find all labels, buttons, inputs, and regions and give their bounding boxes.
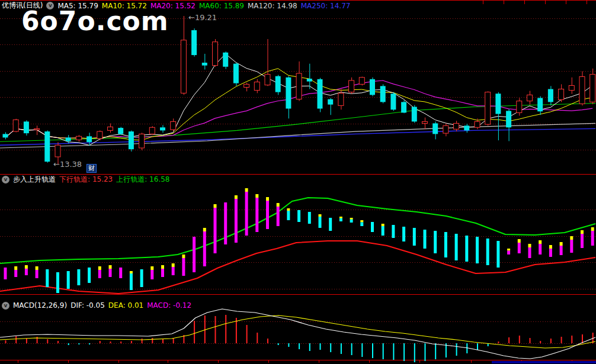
stock-app-window: 6o7o.com 优博讯(日线) v MA5: 15.79 MA10: 15.7… — [0, 0, 596, 364]
ma20-readout: MA20: 15.52 — [150, 2, 196, 10]
ma120-readout: MA120: 14.98 — [248, 2, 297, 10]
ma5-readout: MA5: 15.79 — [57, 2, 98, 10]
low-annotation: ←13.38 — [53, 160, 82, 169]
macd-indicator-title: MACD(12,26,9) — [13, 301, 67, 310]
ma10-readout: MA10: 15.72 — [102, 2, 147, 10]
channel-indicator-title: 步入上升轨道 — [13, 175, 56, 185]
lower-channel-readout: 下行轨道: 15.23 — [59, 175, 113, 185]
finance-event-badge[interactable]: 财 — [86, 164, 97, 173]
collapse-chevron-icon[interactable]: v — [2, 176, 9, 183]
high-annotation: ←19.21 — [188, 13, 217, 22]
ma250-readout: MA250: 14.77 — [301, 2, 351, 10]
macd-panel-header: v MACD(12,26,9) DIF: -0.05 DEA: 0.01 MAC… — [2, 301, 191, 310]
ma60-readout: MA60: 15.89 — [199, 2, 244, 10]
collapse-chevron-icon[interactable]: v — [46, 2, 54, 9]
dea-readout: DEA: 0.01 — [108, 301, 143, 310]
main-panel-header: 优博讯(日线) v MA5: 15.79 MA10: 15.72 MA20: 1… — [2, 1, 350, 11]
upper-channel-readout: 上行轨道: 16.58 — [116, 175, 169, 185]
channel-panel-header: v 步入上升轨道 下行轨道: 15.23 上行轨道: 16.58 — [2, 175, 169, 185]
stock-title: 优博讯(日线) — [2, 1, 43, 11]
macd-readout: MACD: -0.12 — [147, 301, 191, 310]
dif-readout: DIF: -0.05 — [71, 301, 105, 310]
collapse-chevron-icon[interactable]: v — [2, 302, 9, 310]
